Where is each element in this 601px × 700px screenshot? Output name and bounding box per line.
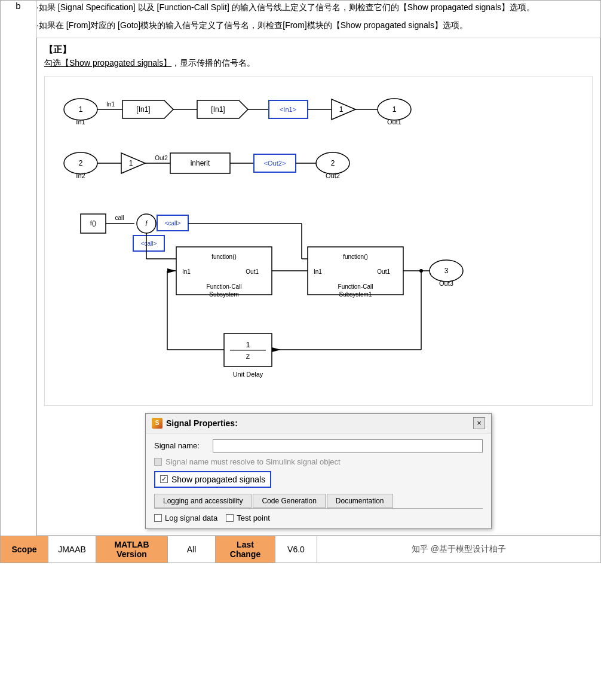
footer-matlab-cell: MATLABVersion <box>96 536 168 563</box>
svg-text:function(): function() <box>211 253 237 260</box>
bullet-2: ·如果在 [From]对应的 [Goto]模块的输入信号定义了信号名，则检查[F… <box>36 19 600 33</box>
svg-text:1: 1 <box>393 105 397 114</box>
svg-text:inherit: inherit <box>191 159 210 167</box>
svg-text:1: 1 <box>79 105 83 114</box>
svg-text:In1: In1 <box>314 268 322 275</box>
svg-text:Out2: Out2 <box>155 155 168 161</box>
test-point-label: Test point <box>237 513 270 522</box>
svg-text:call: call <box>115 215 124 221</box>
svg-text:In2: In2 <box>76 172 85 179</box>
zheng-title: 【正】 <box>44 44 593 56</box>
resolve-checkbox-row: Signal name must resolve to Simulink sig… <box>154 457 483 466</box>
svg-text:<Out2>: <Out2> <box>264 160 286 167</box>
signal-properties-icon: S <box>152 418 162 429</box>
footer-version-cell: V6.0 <box>275 536 317 563</box>
footer-lastchange-cell: LastChange <box>216 536 275 563</box>
tab-logging[interactable]: Logging and accessibility <box>154 494 252 508</box>
log-signal-checkbox[interactable] <box>154 514 162 522</box>
svg-text:Subsystem1: Subsystem1 <box>339 291 372 298</box>
close-button[interactable]: × <box>473 417 485 429</box>
footer-all-cell: All <box>168 536 216 563</box>
show-propagated-label: Show propagated signals <box>171 475 265 484</box>
svg-text:3: 3 <box>444 267 449 275</box>
footer-scope-cell: Scope <box>1 536 48 563</box>
svg-text:Out3: Out3 <box>439 280 453 287</box>
diagram-svg: 1 In1 In1 [In1] [In1] <box>51 82 541 399</box>
zheng-section: 【正】 勾选【Show propagated signals】，显示传播的信号名… <box>36 38 600 536</box>
svg-text:[In1]: [In1] <box>136 105 150 114</box>
svg-text:[In1]: [In1] <box>211 105 225 114</box>
svg-text:Out2: Out2 <box>326 172 340 179</box>
footer-table: Scope JMAAB MATLABVersion All LastChange… <box>0 536 601 563</box>
footer-zhihu-cell: 知乎 @基于模型设计柚子 <box>317 536 601 563</box>
tab-documentation[interactable]: Documentation <box>327 494 393 508</box>
main-table: b ·如果 [Signal Specification] 以及 [Functio… <box>0 0 601 536</box>
svg-text:Out1: Out1 <box>377 268 390 275</box>
dialog-titlebar: S Signal Properties: × <box>146 414 491 433</box>
content-cell: ·如果 [Signal Specification] 以及 [Function-… <box>36 1 601 536</box>
svg-text:Unit Delay: Unit Delay <box>233 371 263 378</box>
show-propagated-checkbox[interactable] <box>160 475 168 483</box>
dialog-title-left: S Signal Properties: <box>152 418 238 429</box>
test-point-checkbox[interactable] <box>226 514 234 522</box>
show-propagated-container: Show propagated signals <box>154 471 271 488</box>
dialog-bottom-row: Log signal data Test point <box>154 513 483 522</box>
svg-marker-14 <box>332 99 355 120</box>
test-point-item: Test point <box>226 513 270 522</box>
svg-marker-24 <box>121 153 145 173</box>
svg-text:1: 1 <box>339 105 344 114</box>
svg-text:1: 1 <box>129 159 133 167</box>
resolve-checkbox[interactable] <box>154 458 162 466</box>
svg-text:1: 1 <box>246 340 250 349</box>
svg-text:In1: In1 <box>106 101 115 108</box>
svg-text:Function-Call: Function-Call <box>338 283 373 290</box>
svg-text:<In1>: <In1> <box>280 106 296 113</box>
dialog-title-text: Signal Properties: <box>166 418 238 428</box>
dialog-tabs-row: Logging and accessibility Code Generatio… <box>154 494 483 509</box>
log-signal-item: Log signal data <box>154 513 217 522</box>
svg-text:In1: In1 <box>182 268 191 275</box>
show-propagated-underline: 勾选【Show propagated signals】 <box>44 58 171 68</box>
dialog-body: Signal name: Signal name must resolve to… <box>146 433 491 528</box>
signal-name-row: Signal name: <box>154 439 483 453</box>
svg-text:Function-Call: Function-Call <box>207 283 242 290</box>
resolve-label: Signal name must resolve to Simulink sig… <box>165 457 341 466</box>
svg-text:z: z <box>246 351 250 360</box>
svg-text:Out1: Out1 <box>387 118 401 126</box>
signal-name-input[interactable] <box>213 439 483 453</box>
svg-text:<call>: <call> <box>165 220 181 227</box>
zheng-desc: 勾选【Show propagated signals】，显示传播的信号名。 <box>44 58 593 69</box>
svg-text:2: 2 <box>331 159 335 167</box>
signal-properties-dialog: S Signal Properties: × Signal name: Sign… <box>145 413 492 529</box>
svg-text:function(): function() <box>343 253 368 260</box>
bullet-1: ·如果 [Signal Specification] 以及 [Function-… <box>36 1 600 15</box>
svg-marker-81 <box>167 268 176 273</box>
svg-text:2: 2 <box>79 159 83 167</box>
svg-text:Subsystem: Subsystem <box>209 291 238 298</box>
tab-code-generation[interactable]: Code Generation <box>253 494 325 508</box>
svg-text:<call>: <call> <box>141 240 157 247</box>
svg-text:Out1: Out1 <box>246 268 259 275</box>
footer-jmaab-cell: JMAAB <box>48 536 96 563</box>
signal-name-label: Signal name: <box>154 441 208 450</box>
simulink-diagram: 1 In1 In1 [In1] [In1] <box>44 76 593 406</box>
svg-marker-78 <box>272 347 281 352</box>
log-signal-label: Log signal data <box>165 513 217 522</box>
row-label-b: b <box>1 1 36 536</box>
svg-text:In1: In1 <box>76 118 85 126</box>
svg-text:f(): f() <box>90 219 96 227</box>
